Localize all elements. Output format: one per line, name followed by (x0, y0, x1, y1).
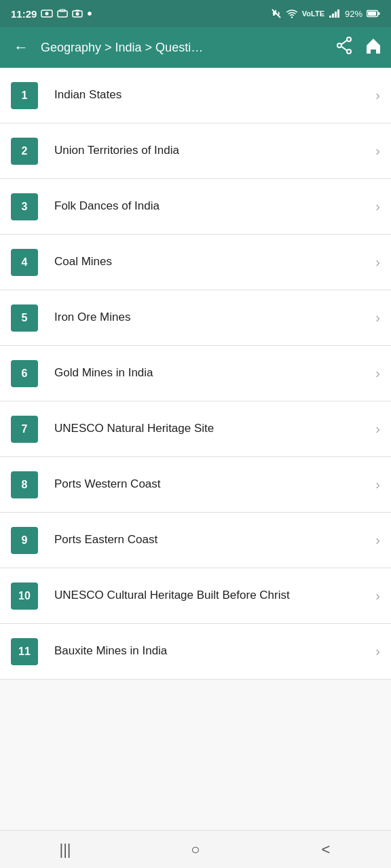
svg-point-5 (76, 12, 79, 16)
chevron-right-icon: › (375, 644, 380, 659)
toolbar-title: Geography > India > Questi… (41, 41, 329, 55)
battery-icon (367, 9, 380, 18)
svg-rect-6 (75, 10, 79, 12)
item-number-badge: 10 (11, 583, 38, 610)
item-label: Iron Ore Mines (54, 310, 370, 325)
item-number-badge: 9 (11, 527, 38, 554)
item-number-badge: 1 (11, 82, 38, 109)
bottom-nav: ||| ○ < (0, 830, 391, 868)
mute-icon (271, 8, 282, 19)
item-number-badge: 4 (11, 249, 38, 276)
recent-apps-icon: ||| (59, 841, 71, 859)
list-item[interactable]: 6Gold Mines in India› (0, 346, 391, 401)
item-number-badge: 2 (11, 138, 38, 165)
svg-rect-9 (329, 16, 331, 18)
back-nav-icon: < (322, 841, 331, 859)
battery-label: 92% (345, 9, 362, 19)
item-label: Ports Eastern Coast (54, 532, 370, 547)
svg-rect-11 (335, 12, 337, 18)
svg-rect-10 (332, 14, 334, 18)
svg-line-20 (341, 47, 347, 51)
svg-point-18 (347, 50, 351, 54)
home-button[interactable] (364, 36, 383, 59)
list-item[interactable]: 1Indian States› (0, 68, 391, 123)
list-item[interactable]: 7UNESCO Natural Heritage Site› (0, 401, 391, 457)
status-bar: 11:29 • VoLTE (0, 0, 391, 27)
svg-point-8 (291, 16, 293, 18)
svg-point-17 (337, 43, 341, 47)
toolbar-action-icons (335, 36, 383, 59)
list-item[interactable]: 3Folk Dances of India› (0, 179, 391, 235)
notification-dot: • (87, 7, 92, 20)
share-icon (335, 37, 353, 54)
chevron-right-icon: › (375, 143, 380, 159)
lte-label: VoLTE (302, 9, 324, 18)
item-number-badge: 5 (11, 304, 38, 332)
wifi-icon (286, 9, 298, 18)
item-label: Union Territories of India (54, 143, 370, 158)
list-item[interactable]: 11Bauxite Mines in India› (0, 624, 391, 679)
chevron-right-icon: › (375, 588, 380, 604)
recent-apps-button[interactable]: ||| (0, 831, 130, 868)
list-item[interactable]: 10UNESCO Cultural Heritage Built Before … (0, 568, 391, 624)
home-icon (364, 36, 383, 55)
svg-rect-15 (368, 12, 376, 16)
item-number-badge: 11 (11, 638, 38, 665)
chevron-right-icon: › (375, 87, 380, 103)
back-nav-button[interactable]: < (261, 831, 391, 868)
svg-point-16 (347, 37, 351, 41)
chevron-right-icon: › (375, 199, 380, 214)
time-display: 11:29 (11, 8, 37, 20)
signal-icon (329, 9, 341, 18)
status-time: 11:29 • (11, 7, 92, 20)
home-nav-icon: ○ (191, 841, 200, 859)
item-label: UNESCO Natural Heritage Site (54, 421, 370, 436)
chevron-right-icon: › (375, 477, 380, 492)
back-button[interactable]: ← (8, 36, 34, 59)
item-label: Ports Western Coast (54, 477, 370, 492)
item-label: UNESCO Cultural Heritage Built Before Ch… (54, 588, 370, 603)
camera-icon (72, 9, 83, 18)
photo-icon (41, 9, 53, 18)
item-number-badge: 7 (11, 416, 38, 443)
chevron-right-icon: › (375, 310, 380, 326)
share-button[interactable] (335, 37, 353, 58)
item-label: Indian States (54, 87, 370, 102)
chevron-right-icon: › (375, 254, 380, 270)
list-item[interactable]: 2Union Territories of India› (0, 123, 391, 179)
item-label: Coal Mines (54, 254, 370, 269)
status-right-icons: VoLTE 92% (271, 8, 380, 19)
svg-rect-14 (378, 12, 380, 15)
list-item[interactable]: 5Iron Ore Mines› (0, 290, 391, 346)
item-number-badge: 6 (11, 360, 38, 387)
toolbar: ← Geography > India > Questi… (0, 27, 391, 68)
quiz-list: 1Indian States›2Union Territories of Ind… (0, 68, 391, 830)
svg-rect-12 (337, 9, 339, 18)
chevron-right-icon: › (375, 532, 380, 548)
list-item[interactable]: 9Ports Eastern Coast› (0, 513, 391, 568)
item-label: Bauxite Mines in India (54, 644, 370, 658)
gallery-icon (57, 9, 68, 18)
chevron-right-icon: › (375, 421, 380, 437)
list-item[interactable]: 8Ports Western Coast› (0, 457, 391, 513)
svg-point-1 (45, 12, 49, 16)
svg-line-19 (341, 41, 347, 45)
item-label: Gold Mines in India (54, 366, 370, 380)
item-number-badge: 3 (11, 193, 38, 220)
chevron-right-icon: › (375, 366, 380, 381)
home-nav-button[interactable]: ○ (130, 831, 261, 868)
item-number-badge: 8 (11, 471, 38, 498)
list-item[interactable]: 4Coal Mines› (0, 235, 391, 290)
item-label: Folk Dances of India (54, 199, 370, 214)
